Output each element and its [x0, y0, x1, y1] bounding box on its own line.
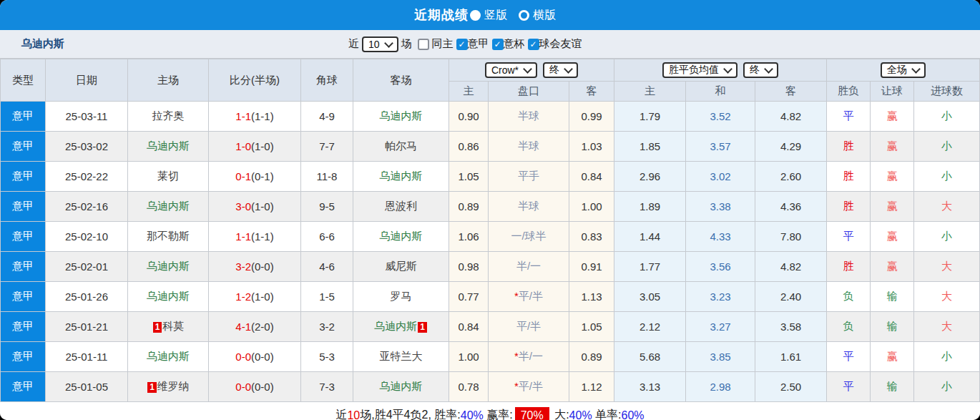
score-half: (1-0)	[251, 200, 274, 213]
ah-line-cell: 平手	[489, 162, 569, 192]
league-cell: 意甲	[1, 312, 46, 342]
corners-cell: 4-6	[301, 252, 353, 282]
eu-draw-odds-cell: 3.85	[686, 342, 755, 372]
away-team-cell: 乌迪内斯	[353, 222, 449, 252]
ah-time-select[interactable]: 终	[543, 62, 578, 78]
team-name: 恩波利	[385, 200, 417, 212]
score-full: 0-0	[235, 351, 251, 363]
league-cell: 意甲	[1, 132, 46, 162]
handicap-line: 半球	[518, 109, 539, 122]
away-team-cell: 亚特兰大	[353, 342, 449, 372]
goals-cell: 大	[914, 312, 980, 342]
date-cell: 25-02-01	[46, 252, 128, 282]
corners-cell: 11-8	[301, 162, 353, 192]
eu-company-select[interactable]: 胜平负均值	[662, 62, 738, 78]
team-name: 帕尔马	[385, 140, 417, 152]
away-team-cell: 乌迪内斯	[353, 162, 449, 192]
header-corners: 角球	[301, 59, 353, 102]
eu-away-odds-cell: 2.60	[755, 162, 827, 192]
goals-cell: 小	[914, 102, 980, 132]
header-date: 日期	[46, 59, 128, 102]
score-full: 1-1	[235, 110, 251, 122]
league-cell: 意甲	[1, 372, 46, 402]
score-cell: 0-1(0-1)	[209, 162, 301, 192]
handicap-result-cell: 赢	[871, 102, 914, 132]
ah-line-cell: 半/一	[489, 252, 569, 282]
home-team-cell: 1维罗纳	[128, 372, 209, 402]
eu-away-odds-cell: 3.58	[755, 312, 827, 342]
eu-home-odds-cell: 1.77	[614, 252, 686, 282]
score-half: (1-1)	[251, 110, 274, 122]
score-full: 1-1	[235, 230, 251, 243]
ah-company-select[interactable]: Crow*	[485, 62, 537, 78]
score-cell: 1-1(1-1)	[209, 222, 301, 252]
filter-checkbox-club-friendly[interactable]: ✓	[528, 39, 539, 50]
filter-checkbox-serie-a[interactable]: ✓	[456, 39, 468, 50]
ah-home-odds-cell: 1.06	[449, 222, 489, 252]
handicap-result-cell: 赢	[871, 132, 914, 162]
score-cell: 1-0(1-0)	[209, 132, 301, 162]
away-team-cell: 乌迪内斯	[353, 102, 449, 132]
table-row: 意甲 25-03-02 乌迪内斯 1-0(1-0) 7-7 帕尔马 0.86 半…	[1, 132, 980, 162]
radio-vertical-layout[interactable]	[470, 10, 481, 21]
ah-home-odds-cell: 0.86	[449, 132, 489, 162]
handicap-line: 半/一	[519, 350, 543, 362]
away-team-cell: 罗马	[353, 282, 449, 312]
score-half: (0-1)	[251, 170, 274, 182]
eu-away-odds-cell: 7.80	[755, 222, 827, 252]
ah-line-cell: 半球	[489, 192, 569, 222]
team-name: 威尼斯	[385, 260, 417, 272]
scope-select[interactable]: 全场	[881, 62, 926, 78]
handicap-line: 半球	[518, 200, 539, 212]
team-name: 莱切	[157, 170, 179, 182]
radio-horizontal-label[interactable]: 横版	[533, 8, 556, 23]
ah-away-odds-cell: 1.13	[569, 282, 614, 312]
filter-checkbox-italy-cup[interactable]: ✓	[492, 39, 504, 50]
header-eu-home: 主	[614, 82, 686, 102]
filter-checkbox-label-italy-cup[interactable]: 意杯	[504, 37, 525, 51]
summary-segment: 10	[347, 409, 360, 420]
away-team-cell: 威尼斯	[353, 252, 449, 282]
filter-checkbox-label-club-friendly[interactable]: 球会友谊	[539, 37, 582, 51]
eu-draw-odds-cell: 3.02	[686, 162, 755, 192]
header-ah-home: 主	[449, 82, 489, 102]
radio-vertical-label[interactable]: 竖版	[484, 8, 507, 23]
handicap-line: 平/半	[519, 290, 543, 302]
filter-checkbox-label-same-home[interactable]: 同主	[432, 37, 454, 51]
eu-draw-odds-cell: 3.23	[686, 282, 755, 312]
recent-label: 近	[348, 37, 359, 51]
table-row: 意甲 25-02-16 乌迪内斯 3-0(1-0) 9-5 恩波利 0.89 半…	[1, 192, 980, 222]
eu-select-group: 胜平负均值 终	[614, 59, 827, 82]
eu-draw-odds-cell: 3.57	[686, 132, 755, 162]
date-cell: 25-01-21	[46, 312, 128, 342]
league-cell: 意甲	[1, 252, 46, 282]
chevron-down-icon	[764, 64, 773, 74]
result-cell: 胜	[827, 162, 871, 192]
result-cell: 平	[827, 102, 871, 132]
filter-checkbox-same-home[interactable]	[418, 39, 429, 50]
score-cell: 0-0(0-0)	[209, 342, 301, 372]
date-cell: 25-03-02	[46, 132, 128, 162]
score-cell: 3-0(1-0)	[209, 192, 301, 222]
handicap-line: 一/球半	[511, 230, 546, 242]
summary-segment: 70%	[515, 407, 549, 420]
recent-count-select[interactable]: 10	[362, 36, 398, 52]
corners-cell: 9-5	[301, 192, 353, 222]
league-cell: 意甲	[1, 282, 46, 312]
filter-checkbox-label-serie-a[interactable]: 意甲	[468, 37, 489, 51]
eu-time-select[interactable]: 终	[743, 62, 778, 78]
away-team-cell: 恩波利	[353, 192, 449, 222]
score-full: 3-0	[235, 200, 251, 213]
team-name: 拉齐奥	[152, 109, 185, 122]
eu-home-odds-cell: 2.12	[614, 312, 686, 342]
score-half: (0-0)	[251, 381, 274, 393]
handicap-result-cell: 赢	[871, 192, 914, 222]
scope-select-group: 全场	[827, 59, 980, 82]
score-full: 3-2	[235, 260, 251, 273]
league-cell: 意甲	[1, 222, 46, 252]
eu-home-odds-cell: 3.05	[614, 282, 686, 312]
goals-cell: 小	[914, 222, 980, 252]
ah-line-cell: *平/半	[489, 372, 569, 402]
radio-horizontal-layout[interactable]	[519, 10, 529, 21]
header-eu-draw: 和	[686, 82, 755, 102]
